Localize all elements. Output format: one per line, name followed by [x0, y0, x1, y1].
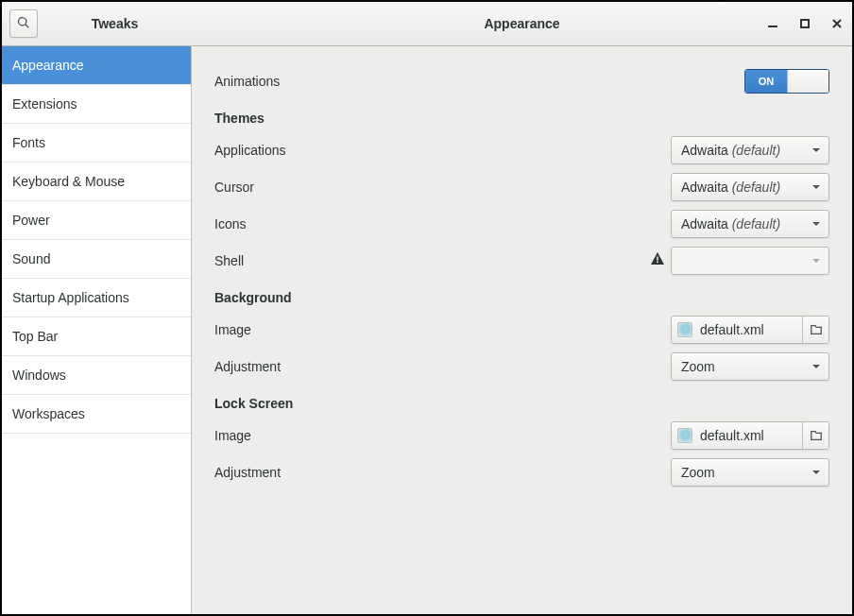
chevron-down-icon [811, 180, 821, 195]
sidebar-item-label: Power [12, 213, 50, 228]
background-image-chooser[interactable]: default.xml [671, 316, 829, 344]
titlebar: Tweaks Appearance [2, 2, 852, 46]
combo-text: Adwaita (default) [681, 216, 806, 231]
warning-icon [650, 251, 665, 269]
search-icon [17, 16, 30, 32]
sidebar-item-label: Fonts [12, 135, 45, 150]
page-title: Appearance [484, 16, 559, 31]
combo-default: (default) [732, 180, 780, 195]
combo-value: Adwaita [681, 216, 728, 231]
sidebar-item-workspaces[interactable]: Workspaces [2, 395, 191, 434]
titlebar-left: Tweaks [2, 2, 192, 45]
window-controls [765, 16, 845, 31]
lockscreen-image-chooser[interactable]: default.xml [671, 421, 829, 450]
sidebar-item-power[interactable]: Power [2, 201, 191, 240]
section-themes: Themes [214, 99, 829, 131]
file-name: default.xml [692, 322, 802, 337]
sidebar-item-keyboard-mouse[interactable]: Keyboard & Mouse [2, 163, 191, 201]
minimize-icon [768, 16, 777, 31]
applications-combo[interactable]: Adwaita (default) [671, 136, 829, 164]
label-animations: Animations [214, 74, 744, 89]
svg-rect-2 [657, 257, 658, 261]
label-applications: Applications [214, 143, 671, 158]
section-background: Background [214, 279, 829, 311]
combo-default: (default) [732, 216, 780, 231]
maximize-icon [800, 16, 810, 31]
section-lockscreen: Lock Screen [214, 385, 829, 417]
label-lockscreen-image: Image [214, 428, 671, 443]
sidebar: Appearance Extensions Fonts Keyboard & M… [2, 46, 192, 614]
switch-on-label: ON [745, 70, 787, 93]
chevron-down-icon [811, 359, 821, 374]
sidebar-item-fonts[interactable]: Fonts [2, 124, 191, 163]
close-button[interactable] [829, 16, 845, 31]
cursor-combo[interactable]: Adwaita (default) [671, 173, 829, 201]
file-name: default.xml [692, 428, 802, 443]
combo-default: (default) [732, 143, 780, 158]
row-background-adjustment: Adjustment Zoom [214, 348, 829, 385]
combo-value: Adwaita [681, 180, 728, 195]
row-icons: Icons Adwaita (default) [214, 205, 829, 242]
window: Tweaks Appearance Appearance Extensions … [0, 0, 854, 616]
row-lockscreen-adjustment: Adjustment Zoom [214, 453, 829, 490]
svg-rect-3 [657, 262, 658, 264]
sidebar-item-label: Keyboard & Mouse [12, 174, 125, 189]
content: Animations ON Themes Applications Adwait… [192, 46, 852, 614]
row-cursor: Cursor Adwaita (default) [214, 168, 829, 205]
row-animations: Animations ON [214, 62, 829, 99]
chevron-down-icon [811, 143, 821, 158]
row-applications: Applications Adwaita (default) [214, 131, 829, 168]
icons-combo[interactable]: Adwaita (default) [671, 210, 829, 238]
sidebar-item-windows[interactable]: Windows [2, 356, 191, 395]
label-icons: Icons [214, 216, 671, 231]
svg-rect-0 [768, 26, 777, 27]
sidebar-item-extensions[interactable]: Extensions [2, 85, 191, 124]
combo-text: Zoom [681, 465, 806, 480]
animations-switch[interactable]: ON [744, 69, 829, 94]
combo-value: Adwaita [681, 143, 728, 158]
maximize-button[interactable] [797, 16, 812, 31]
combo-text: Zoom [681, 359, 806, 374]
sidebar-item-startup-applications[interactable]: Startup Applications [2, 279, 191, 317]
sidebar-item-label: Appearance [12, 58, 84, 73]
image-preview-icon [677, 428, 692, 443]
sidebar-item-label: Workspaces [12, 406, 85, 421]
switch-slider [787, 70, 828, 93]
chevron-down-icon [811, 253, 821, 268]
sidebar-item-sound[interactable]: Sound [2, 240, 191, 279]
label-background-image: Image [214, 322, 671, 337]
row-lockscreen-image: Image default.xml [214, 417, 829, 453]
row-shell: Shell [214, 242, 829, 279]
search-button[interactable] [9, 9, 38, 38]
row-background-image: Image default.xml [214, 311, 829, 348]
background-adjustment-combo[interactable]: Zoom [671, 352, 829, 381]
shell-combo [671, 247, 829, 275]
image-preview-icon [677, 322, 692, 337]
label-cursor: Cursor [214, 180, 671, 195]
titlebar-right: Appearance [192, 2, 852, 45]
chevron-down-icon [811, 216, 821, 231]
minimize-button[interactable] [765, 16, 780, 31]
sidebar-item-label: Extensions [12, 96, 77, 111]
sidebar-item-appearance[interactable]: Appearance [2, 46, 191, 85]
lockscreen-adjustment-combo[interactable]: Zoom [671, 458, 829, 487]
chevron-down-icon [811, 465, 821, 480]
open-file-icon [802, 422, 828, 449]
label-lockscreen-adjustment: Adjustment [214, 465, 671, 480]
label-shell: Shell [214, 253, 650, 268]
label-background-adjustment: Adjustment [214, 359, 671, 374]
sidebar-item-label: Startup Applications [12, 290, 129, 305]
sidebar-item-label: Sound [12, 251, 50, 266]
svg-rect-1 [801, 20, 809, 27]
combo-text: Adwaita (default) [681, 143, 806, 158]
sidebar-item-top-bar[interactable]: Top Bar [2, 317, 191, 356]
open-file-icon [802, 317, 828, 343]
combo-text: Adwaita (default) [681, 180, 806, 195]
sidebar-item-label: Top Bar [12, 329, 58, 344]
app-title: Tweaks [45, 16, 184, 31]
close-icon [832, 16, 842, 31]
sidebar-item-label: Windows [12, 368, 66, 383]
body: Appearance Extensions Fonts Keyboard & M… [2, 46, 852, 614]
